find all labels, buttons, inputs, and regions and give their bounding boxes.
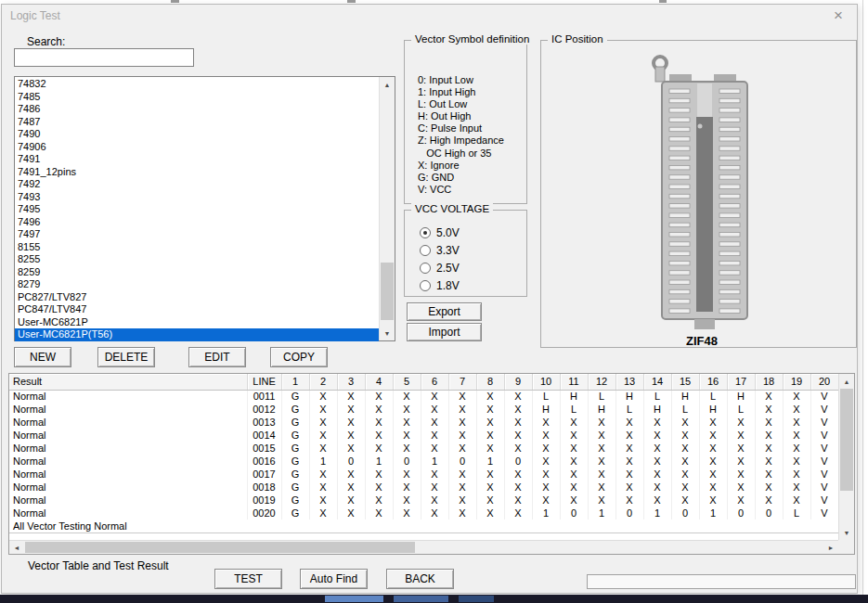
ic-list-item[interactable]: 7491: [15, 153, 379, 166]
vcc-option-3.3V[interactable]: 3.3V: [420, 244, 526, 257]
auto-find-button[interactable]: Auto Find: [300, 569, 368, 589]
scroll-down-icon[interactable]: ▼: [380, 326, 395, 340]
delete-button[interactable]: DELETE: [97, 347, 155, 367]
copy-button[interactable]: COPY: [270, 347, 328, 367]
ic-list-item[interactable]: 8255: [15, 253, 379, 266]
zif-socket-image: [641, 54, 762, 330]
grid-cell: X: [393, 481, 421, 494]
edit-button[interactable]: EDIT: [188, 347, 246, 367]
vcc-options: 5.0V3.3V2.5V1.8V: [405, 222, 526, 292]
grid-vertical-scrollbar[interactable]: ▲ ▼: [838, 374, 854, 540]
vcc-option-5.0V[interactable]: 5.0V: [420, 226, 526, 239]
ic-list-item[interactable]: 7495: [15, 203, 379, 216]
ic-list-item[interactable]: 74832: [15, 78, 379, 91]
ic-list-item[interactable]: PC847/LTV847: [15, 303, 379, 316]
scrollbar-thumb[interactable]: [381, 263, 394, 320]
export-button[interactable]: Export: [407, 302, 482, 321]
grid-cell-line: 0018: [247, 481, 281, 494]
radio-label: 3.3V: [436, 244, 460, 257]
ic-list-item[interactable]: 74906: [15, 141, 379, 154]
grid-cell: X: [504, 403, 532, 416]
taskbar: [0, 595, 868, 603]
scroll-down-icon[interactable]: ▼: [839, 525, 854, 540]
ic-list-item[interactable]: 8279: [15, 278, 379, 291]
ic-list-item[interactable]: 7493: [15, 191, 379, 204]
grid-cell: G: [281, 429, 309, 442]
ic-list[interactable]: 7483274857486748774907490674917491_12pin…: [14, 76, 395, 341]
ic-list-scrollbar[interactable]: ▲ ▼: [379, 77, 395, 340]
ic-list-item[interactable]: 7490: [15, 128, 379, 141]
taskbar-item[interactable]: [394, 596, 448, 602]
grid-cell: V: [810, 416, 838, 429]
grid-horizontal-scrollbar[interactable]: ◄ ►: [9, 540, 838, 554]
grid-cell: X: [421, 390, 448, 403]
ic-list-item[interactable]: User-MC6821P(T56): [15, 328, 379, 341]
new-button[interactable]: NEW: [14, 347, 71, 367]
grid-cell: X: [365, 390, 393, 403]
grid-cell-line: 0019: [247, 494, 281, 507]
grid-header: 15: [671, 374, 699, 390]
grid-cell: X: [448, 429, 476, 442]
ic-list-item[interactable]: 7485: [15, 91, 379, 104]
ic-list-item[interactable]: 7487: [15, 116, 379, 129]
grid-cell: 1: [309, 455, 337, 468]
scroll-up-icon[interactable]: ▲: [380, 77, 395, 92]
vector-symbol-line: H: Out High: [418, 110, 504, 122]
back-button[interactable]: BACK: [386, 569, 454, 589]
grid-cell: X: [365, 481, 393, 494]
grid-row[interactable]: Normal0014GXXXXXXXXXXXXXXXXXXV: [9, 429, 838, 442]
grid-cell-result: Normal: [9, 442, 247, 455]
grid-cell: X: [337, 416, 365, 429]
ic-list-item[interactable]: PC827/LTV827: [15, 291, 379, 304]
test-button[interactable]: TEST: [214, 569, 282, 589]
scroll-left-icon[interactable]: ◄: [9, 541, 24, 554]
grid-cell: X: [337, 429, 365, 442]
grid-cell: X: [671, 494, 699, 507]
grid-row[interactable]: Normal0013GXXXXXXXXXXXXXXXXXXV: [9, 416, 838, 429]
grid-cell: 0: [393, 455, 421, 468]
grid-row[interactable]: Normal0020GXXXXXXXX101010100LV: [9, 507, 838, 520]
ic-list-item[interactable]: 7491_12pins: [15, 166, 379, 179]
vector-symbol-line: L: Out Low: [418, 98, 504, 110]
ic-list-item[interactable]: 8259: [15, 266, 379, 279]
taskbar-item[interactable]: [459, 596, 494, 602]
vcc-option-1.8V[interactable]: 1.8V: [420, 279, 526, 292]
grid-cell: X: [783, 429, 810, 442]
ic-list-item[interactable]: 7496: [15, 216, 379, 229]
grid-cell: X: [309, 403, 337, 416]
radio-label: 2.5V: [436, 262, 460, 275]
radio-label: 1.8V: [436, 279, 460, 292]
ic-list-item[interactable]: 7497: [15, 228, 379, 241]
grid-row[interactable]: Normal0017GXXXXXXXXXXXXXXXXXXV: [9, 468, 838, 481]
grid-row[interactable]: Normal0018GXXXXXXXXXXXXXXXXXXV: [9, 481, 838, 494]
ic-list-item[interactable]: 7486: [15, 103, 379, 116]
grid-row[interactable]: Normal0015GXXXXXXXXXXXXXXXXXXV: [9, 442, 838, 455]
ic-list-item[interactable]: 7492: [15, 178, 379, 191]
grid-cell: X: [421, 468, 448, 481]
grid-cell: X: [643, 429, 671, 442]
scroll-right-icon[interactable]: ►: [823, 541, 838, 554]
grid-cell: X: [671, 468, 699, 481]
scrollbar-thumb[interactable]: [840, 389, 853, 491]
vcc-option-2.5V[interactable]: 2.5V: [420, 262, 526, 275]
grid-cell: L: [532, 390, 560, 403]
scrollbar-thumb[interactable]: [25, 542, 415, 553]
ic-list-item[interactable]: User-MC6821P: [15, 316, 379, 329]
vector-symbol-line: X: Ignore: [418, 160, 504, 172]
grid-header: LINE: [247, 374, 281, 390]
scroll-up-icon[interactable]: ▲: [839, 374, 854, 389]
grid-cell: H: [588, 403, 615, 416]
grid-cell: X: [783, 442, 810, 455]
close-icon[interactable]: ×: [830, 6, 847, 25]
taskbar-item[interactable]: [325, 596, 383, 602]
ic-list-item[interactable]: 8155: [15, 241, 379, 254]
grid-row[interactable]: Normal0016G10101010XXXXXXXXXXV: [9, 455, 838, 468]
grid-row[interactable]: Normal0012GXXXXXXXXHLHLHLHLXXV: [9, 403, 838, 416]
radio-icon: [420, 245, 431, 256]
grid-cell: X: [448, 468, 476, 481]
grid-cell-result: Normal: [9, 403, 247, 416]
search-input[interactable]: [14, 48, 194, 67]
grid-row[interactable]: Normal0019GXXXXXXXXXXXXXXXXXXV: [9, 494, 838, 507]
import-button[interactable]: Import: [407, 323, 482, 341]
grid-row[interactable]: Normal0011GXXXXXXXXLHLHLHLHXXV: [9, 390, 838, 403]
